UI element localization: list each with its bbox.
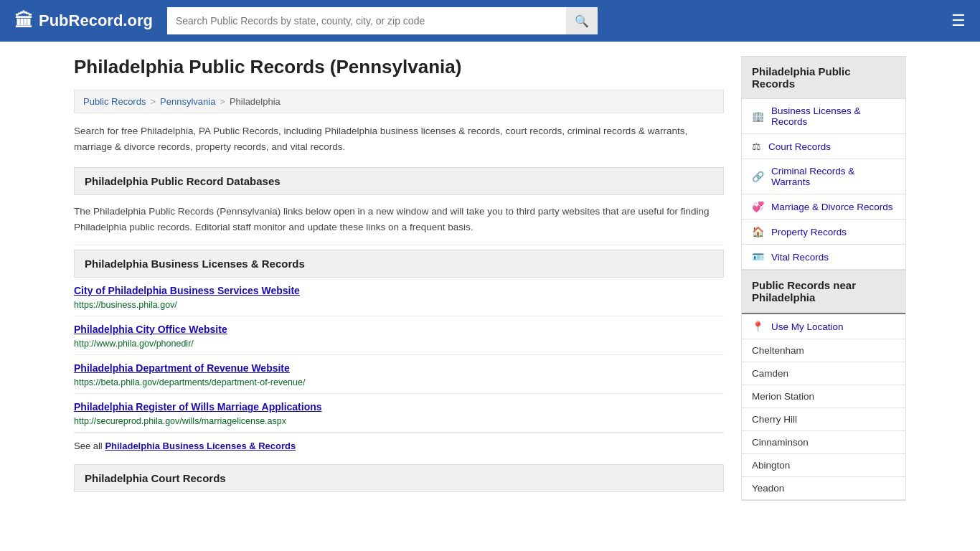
see-all-label: See all <box>74 441 103 451</box>
sidebar-item-marriage-label: Marriage & Divorce Records <box>771 202 893 212</box>
nearby-merion-station[interactable]: Merion Station <box>742 385 905 408</box>
hamburger-menu-button[interactable]: ☰ <box>951 11 966 30</box>
logo-text: PubRecord.org <box>39 11 153 30</box>
record-link-2[interactable]: Philadelphia City Office Website <box>74 324 724 335</box>
sidebar-item-criminal-label: Criminal Records & Warrants <box>771 166 895 187</box>
record-url-4: http://secureprod.phila.gov/wills/marria… <box>74 416 286 426</box>
sidebar-item-court[interactable]: ⚖ Court Records <box>742 134 905 159</box>
logo-icon: 🏛 <box>14 10 33 32</box>
breadcrumb-sep-2: > <box>220 96 225 107</box>
search-bar: 🔍 <box>167 7 598 34</box>
nearby-cherry-hill[interactable]: Cherry Hill <box>742 408 905 431</box>
sidebar: Philadelphia Public Records 🏢 Business L… <box>741 56 906 501</box>
databases-section-desc: The Philadelphia Public Records (Pennsyl… <box>74 195 724 245</box>
site-header: 🏛 PubRecord.org 🔍 ☰ <box>0 0 980 42</box>
record-link-3[interactable]: Philadelphia Department of Revenue Websi… <box>74 362 724 374</box>
sidebar-item-marriage[interactable]: 💞 Marriage & Divorce Records <box>742 194 905 220</box>
breadcrumb: Public Records > Pennsylvania > Philadel… <box>74 90 724 113</box>
sidebar-item-business[interactable]: 🏢 Business Licenses & Records <box>742 99 905 134</box>
site-logo[interactable]: 🏛 PubRecord.org <box>14 10 153 32</box>
breadcrumb-item-pennsylvania[interactable]: Pennsylvania <box>160 96 215 107</box>
search-button[interactable]: 🔍 <box>566 7 598 34</box>
business-icon: 🏢 <box>752 110 764 122</box>
vital-icon: 🪪 <box>752 251 764 263</box>
record-link-4[interactable]: Philadelphia Register of Wills Marriage … <box>74 401 724 413</box>
sidebar-item-business-label: Business Licenses & Records <box>771 105 895 127</box>
breadcrumb-item-public-records[interactable]: Public Records <box>83 96 146 107</box>
record-url-1: https://business.phila.gov/ <box>74 300 177 310</box>
sidebar-item-property[interactable]: 🏠 Property Records <box>742 220 905 245</box>
search-icon: 🔍 <box>575 14 589 28</box>
record-url-3: https://beta.phila.gov/departments/depar… <box>74 377 305 387</box>
sidebar-item-court-label: Court Records <box>768 141 831 152</box>
record-link-1[interactable]: City of Philadelphia Business Services W… <box>74 285 724 296</box>
record-entry-2: Philadelphia City Office Website http://… <box>74 316 724 355</box>
court-icon: ⚖ <box>752 141 761 152</box>
use-my-location-label: Use My Location <box>771 321 844 332</box>
sidebar-item-vital-label: Vital Records <box>771 252 829 263</box>
use-my-location-button[interactable]: 📍 Use My Location <box>742 313 905 339</box>
see-all-business: See all Philadelphia Business Licenses &… <box>74 433 724 454</box>
marriage-icon: 💞 <box>752 201 764 212</box>
court-records-section-header: Philadelphia Court Records <box>74 464 724 492</box>
record-entry-1: City of Philadelphia Business Services W… <box>74 278 724 316</box>
nearby-camden[interactable]: Camden <box>742 362 905 385</box>
nearby-cinnaminson[interactable]: Cinnaminson <box>742 431 905 454</box>
business-section-header: Philadelphia Business Licenses & Records <box>74 250 724 278</box>
criminal-icon: 🔗 <box>752 171 764 182</box>
sidebar-item-criminal[interactable]: 🔗 Criminal Records & Warrants <box>742 159 905 194</box>
sidebar-item-vital[interactable]: 🪪 Vital Records <box>742 245 905 270</box>
record-entry-4: Philadelphia Register of Wills Marriage … <box>74 394 724 433</box>
nearby-abington[interactable]: Abington <box>742 454 905 477</box>
search-input[interactable] <box>167 7 566 34</box>
page-title: Philadelphia Public Records (Pennsylvani… <box>74 56 724 78</box>
breadcrumb-item-philadelphia: Philadelphia <box>230 96 281 107</box>
record-url-2: http://www.phila.gov/phonedir/ <box>74 339 194 349</box>
property-icon: 🏠 <box>752 226 764 237</box>
breadcrumb-sep-1: > <box>150 96 156 107</box>
intro-paragraph: Search for free Philadelphia, PA Public … <box>74 123 724 154</box>
sidebar-wrapper: Philadelphia Public Records 🏢 Business L… <box>741 56 906 501</box>
nearby-cheltenham[interactable]: Cheltenham <box>742 339 905 362</box>
nearby-yeadon[interactable]: Yeadon <box>742 477 905 500</box>
sidebar-item-property-label: Property Records <box>771 227 847 237</box>
hamburger-icon: ☰ <box>951 11 966 29</box>
location-pin-icon: 📍 <box>752 321 764 332</box>
record-entry-3: Philadelphia Department of Revenue Websi… <box>74 355 724 394</box>
databases-section-header: Philadelphia Public Record Databases <box>74 167 724 195</box>
see-all-link[interactable]: Philadelphia Business Licenses & Records <box>105 441 296 451</box>
main-container: Philadelphia Public Records (Pennsylvani… <box>60 42 920 515</box>
sidebar-title: Philadelphia Public Records <box>742 57 905 99</box>
sidebar-nearby-title: Public Records near Philadelphia <box>742 270 905 313</box>
content-area: Philadelphia Public Records (Pennsylvani… <box>74 56 724 501</box>
